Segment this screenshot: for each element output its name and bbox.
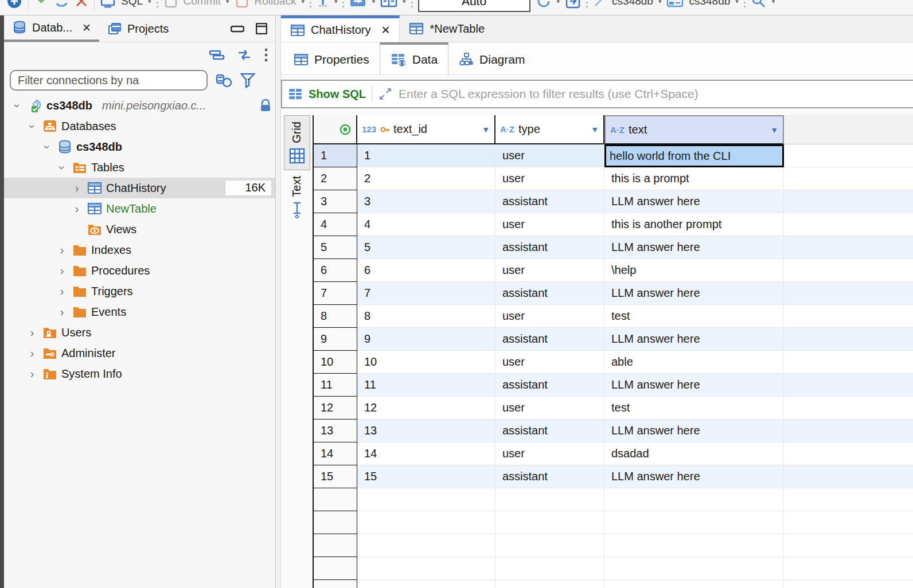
cell-text[interactable]: LLM answer here <box>604 420 784 442</box>
split-view-icon[interactable] <box>380 0 397 8</box>
cell-text-id[interactable]: 11 <box>357 374 495 397</box>
cell-text-id[interactable]: 9 <box>357 328 495 351</box>
tree-item-administer[interactable]: › Administer <box>4 343 275 363</box>
cell-text-id[interactable]: 1 <box>357 144 495 167</box>
row-number[interactable]: 15 <box>313 465 357 488</box>
disconnect-icon[interactable] <box>74 0 89 9</box>
connect-icon[interactable] <box>34 0 49 9</box>
empty-row[interactable] <box>313 580 913 588</box>
cell-text-id[interactable]: 7 <box>357 282 495 305</box>
cell-text[interactable]: LLM answer here <box>604 236 784 259</box>
cell-type[interactable]: assistant <box>495 374 604 397</box>
chevron-right-icon[interactable]: › <box>56 264 68 277</box>
collapsed-side-rail[interactable] <box>0 15 4 588</box>
sql-filter-placeholder[interactable]: Enter a SQL expression to filter results… <box>399 87 699 101</box>
cell-type[interactable]: user <box>495 397 604 420</box>
cell-type[interactable]: assistant <box>495 420 604 442</box>
grid-corner-cell[interactable] <box>313 115 357 144</box>
refresh-icon[interactable] <box>536 0 552 9</box>
cell-type[interactable]: user <box>495 144 604 167</box>
cell-text-id[interactable]: 12 <box>357 397 495 420</box>
commit-mode-select[interactable]: Auto <box>418 0 530 12</box>
close-icon[interactable]: ✕ <box>82 21 91 34</box>
cell-type[interactable]: assistant <box>495 190 604 213</box>
row-number[interactable]: 10 <box>313 351 357 374</box>
row-number[interactable]: 11 <box>313 374 357 397</box>
subtab-data[interactable]: Data <box>380 42 448 75</box>
cell-text-id[interactable]: 14 <box>357 442 495 465</box>
show-sql-button[interactable]: Show SQL <box>309 88 366 101</box>
cell-text-id[interactable]: 13 <box>357 420 495 442</box>
tree-item-databases[interactable]: › Databases <box>4 116 275 136</box>
cell-text-id[interactable]: 15 <box>357 465 495 488</box>
view-tab-text[interactable]: Text <box>284 170 310 225</box>
cell-text[interactable]: this is another prompt <box>604 213 784 236</box>
row-number[interactable]: 8 <box>313 305 357 328</box>
column-dropdown-icon[interactable]: ▼ <box>591 125 599 134</box>
row-number[interactable]: 9 <box>313 328 357 351</box>
chevron-down-icon[interactable]: › <box>11 99 24 112</box>
connection-picker-icon[interactable] <box>593 0 607 8</box>
cell-text-id[interactable]: 4 <box>357 213 495 236</box>
cell-type[interactable]: assistant <box>495 282 604 305</box>
cell-type[interactable]: assistant <box>495 465 604 488</box>
tab-newtable[interactable]: *NewTable <box>400 15 494 42</box>
row-number[interactable]: 6 <box>313 259 357 282</box>
cell-type[interactable]: user <box>495 305 604 328</box>
cell-text-id[interactable]: 3 <box>357 190 495 213</box>
cell-text-id[interactable]: 5 <box>357 236 495 259</box>
cell-text-id[interactable]: 2 <box>357 167 495 190</box>
collapse-all-icon[interactable] <box>209 50 225 60</box>
cell-type[interactable]: assistant <box>495 236 604 259</box>
empty-row[interactable] <box>313 534 913 557</box>
chevron-right-icon[interactable]: › <box>26 367 38 381</box>
cell-text[interactable]: test <box>604 397 784 420</box>
view-menu-icon[interactable] <box>264 48 268 62</box>
column-header-text[interactable]: A·Z text ▼ <box>604 115 784 144</box>
tree-item-triggers[interactable]: › Triggers <box>4 281 275 301</box>
cell-type[interactable]: user <box>495 213 604 236</box>
chevron-right-icon[interactable]: › <box>71 182 83 195</box>
transaction-log-icon[interactable] <box>317 0 329 9</box>
empty-row[interactable] <box>313 511 913 534</box>
column-header-text-id[interactable]: 123 text_id ▼ <box>357 115 495 144</box>
tab-database-navigator[interactable]: Datab... ✕ <box>4 15 99 42</box>
chevron-right-icon[interactable]: › <box>56 244 68 257</box>
row-number[interactable]: 3 <box>313 190 357 213</box>
row-number[interactable]: 7 <box>313 282 357 305</box>
chevron-down-icon[interactable]: › <box>26 120 39 132</box>
chevron-right-icon[interactable]: › <box>26 347 38 360</box>
tree-item-chathistory[interactable]: › ChatHistory 16K <box>4 178 275 198</box>
tree-item-database-cs348db[interactable]: › cs348db <box>4 136 275 157</box>
tab-chathistory[interactable]: ChatHistory ✕ <box>281 15 400 42</box>
reconnect-icon[interactable] <box>54 0 69 9</box>
close-icon[interactable]: ✕ <box>381 23 390 37</box>
schema-compare-icon[interactable] <box>349 0 366 8</box>
sql-editor-label[interactable]: SQL <box>121 0 143 7</box>
new-connection-icon[interactable] <box>6 0 23 10</box>
filter-funnel-icon[interactable] <box>240 72 259 89</box>
cell-text[interactable]: \help <box>604 259 784 282</box>
cell-text[interactable]: dsadad <box>604 442 784 465</box>
cell-type[interactable]: user <box>495 442 604 465</box>
chevron-down-icon[interactable]: › <box>41 140 54 153</box>
tree-item-views[interactable]: › Views <box>4 219 275 240</box>
row-number[interactable]: 14 <box>313 442 357 465</box>
cell-text[interactable]: LLM answer here <box>604 190 784 213</box>
row-number[interactable]: 5 <box>313 236 357 259</box>
column-dropdown-icon[interactable]: ▼ <box>482 125 490 134</box>
cell-text-id[interactable]: 8 <box>357 305 495 328</box>
link-editor-icon[interactable] <box>236 48 252 62</box>
expand-filter-icon[interactable] <box>378 87 393 101</box>
cell-text[interactable]: LLM answer here <box>604 465 784 488</box>
cell-text[interactable]: LLM answer here <box>604 282 784 305</box>
cell-text-id[interactable]: 6 <box>357 259 495 282</box>
chevron-right-icon[interactable]: › <box>56 305 68 319</box>
sql-editor-icon[interactable] <box>100 0 116 9</box>
tree-item-events[interactable]: › Events <box>4 301 275 322</box>
empty-row[interactable] <box>313 488 913 511</box>
tree-item-connection-cs348db[interactable]: › cs348db mini.peisongxiao.c... <box>4 95 275 116</box>
cell-type[interactable]: user <box>495 167 604 190</box>
empty-row[interactable] <box>313 557 913 580</box>
connection-picker-label[interactable]: cs348db <box>612 0 653 7</box>
